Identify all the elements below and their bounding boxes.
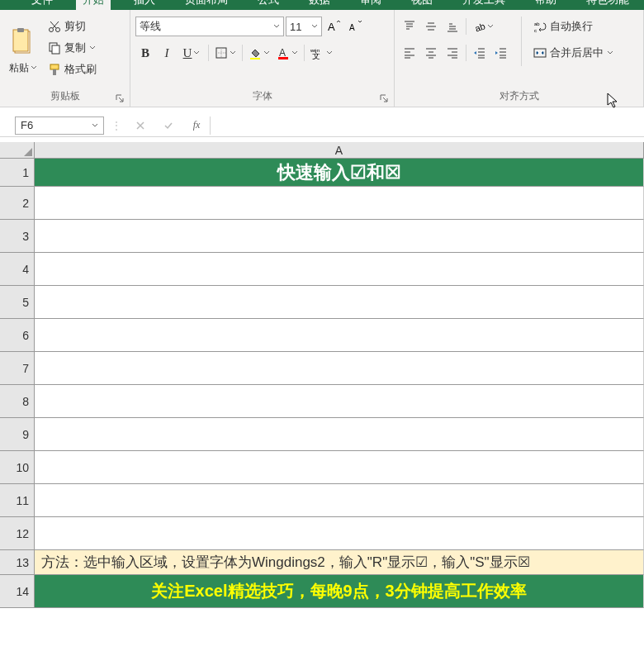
tab-special[interactable]: 特色功能 — [580, 0, 636, 10]
cell-a4[interactable] — [35, 253, 644, 286]
paste-button[interactable]: 粘贴 — [5, 13, 41, 88]
row-header[interactable]: 7 — [0, 352, 35, 385]
cell-a6[interactable] — [35, 319, 644, 352]
cell-a12[interactable] — [35, 517, 644, 550]
row-header[interactable]: 8 — [0, 385, 35, 418]
align-middle-button[interactable] — [421, 17, 441, 36]
tab-file[interactable]: 文件 — [25, 0, 59, 10]
tab-home[interactable]: 开始 — [76, 0, 111, 10]
fill-color-button[interactable] — [246, 43, 272, 63]
svg-rect-7 — [50, 64, 59, 69]
svg-rect-8 — [53, 69, 56, 75]
tab-view[interactable]: 视图 — [405, 0, 439, 10]
ribbon: 粘贴 剪切 复制 格式刷 剪贴板 — [0, 10, 644, 107]
row-header[interactable]: 11 — [0, 484, 35, 517]
select-all-button[interactable] — [0, 142, 35, 158]
clipboard-launcher[interactable] — [115, 93, 126, 105]
bold-button[interactable]: B — [135, 43, 155, 63]
tab-formulas[interactable]: 公式 — [251, 0, 286, 10]
cell-a2[interactable] — [35, 187, 644, 220]
cell-a10[interactable] — [35, 451, 644, 484]
tab-dev[interactable]: 开发工具 — [456, 0, 512, 10]
wrap-label: 自动换行 — [550, 19, 593, 34]
merge-center-button[interactable]: 合并后居中 — [532, 43, 615, 63]
underline-button[interactable]: U — [178, 43, 205, 63]
row-header[interactable]: 10 — [0, 451, 35, 484]
increase-indent-button[interactable] — [491, 43, 511, 63]
tab-insert[interactable]: 插入 — [127, 0, 162, 10]
cut-label: 剪切 — [64, 19, 86, 34]
wrap-icon: abc — [533, 20, 547, 33]
font-group-label: 字体 — [135, 88, 389, 105]
svg-text:A: A — [349, 23, 355, 32]
increase-font-button[interactable]: A — [324, 17, 343, 36]
cell-a9[interactable] — [35, 418, 644, 451]
tab-data[interactable]: 数据 — [302, 0, 337, 10]
formula-bar-row: F6 ⋮ fx — [0, 114, 644, 137]
decrease-indent-button[interactable] — [470, 43, 490, 63]
font-launcher[interactable] — [379, 93, 391, 105]
tab-help[interactable]: 帮助 — [528, 0, 563, 10]
col-header-a[interactable]: A — [35, 142, 644, 158]
cell-a7[interactable] — [35, 352, 644, 385]
cell-a13[interactable]: 方法：选中输入区域，设置字体为Wingdings2，输入"R"显示☑，输入"S"… — [35, 550, 644, 575]
orientation-button[interactable]: ab — [470, 17, 496, 36]
format-painter-button[interactable]: 格式刷 — [46, 59, 98, 79]
align-right-button[interactable] — [443, 43, 462, 63]
svg-text:文: 文 — [312, 51, 320, 59]
tab-review[interactable]: 审阅 — [353, 0, 388, 10]
italic-button[interactable]: I — [157, 43, 177, 63]
cell-a1[interactable]: 快速输入☑和☒ — [35, 159, 644, 187]
decrease-font-button[interactable]: A — [345, 17, 365, 36]
svg-text:ab: ab — [534, 21, 540, 26]
tab-layout[interactable]: 页面布局 — [178, 0, 234, 10]
svg-text:c: c — [534, 28, 537, 33]
row-header[interactable]: 4 — [0, 253, 35, 286]
name-box[interactable]: F6 — [15, 116, 104, 135]
row-header[interactable]: 6 — [0, 319, 35, 352]
font-name-select[interactable]: 等线 — [135, 17, 284, 36]
copy-icon — [48, 41, 61, 55]
formula-bar[interactable] — [210, 116, 644, 135]
row-header[interactable]: 14 — [0, 575, 35, 608]
wrap-text-button[interactable]: abc 自动换行 — [532, 17, 615, 36]
row-header[interactable]: 13 — [0, 550, 35, 575]
row-header[interactable]: 3 — [0, 220, 35, 253]
cell-a5[interactable] — [35, 286, 644, 319]
align-center-button[interactable] — [421, 43, 441, 63]
enter-formula-button[interactable] — [159, 116, 178, 135]
row-header[interactable]: 2 — [0, 187, 35, 220]
borders-button[interactable] — [212, 43, 239, 63]
svg-text:A: A — [279, 47, 286, 59]
scissors-icon — [48, 20, 61, 33]
cancel-formula-button[interactable] — [130, 116, 150, 135]
cell-a14[interactable]: 关注Excel精选技巧，每晚9点，3分钟提高工作效率 — [35, 575, 644, 608]
font-size-value: 11 — [290, 21, 301, 33]
svg-text:ab: ab — [473, 21, 485, 33]
name-box-value: F6 — [21, 119, 33, 131]
row-header[interactable]: 12 — [0, 517, 35, 550]
align-top-button[interactable] — [400, 17, 419, 36]
merge-icon — [533, 46, 547, 59]
cell-a8[interactable] — [35, 385, 644, 418]
insert-function-button[interactable]: fx — [187, 116, 206, 135]
merge-label: 合并后居中 — [550, 45, 604, 60]
row-header[interactable]: 9 — [0, 418, 35, 451]
cut-button[interactable]: 剪切 — [46, 17, 98, 36]
phonetic-button[interactable]: wén文 — [308, 43, 334, 63]
font-size-select[interactable]: 11 — [286, 17, 322, 36]
ribbon-tabs: 文件 开始 插入 页面布局 公式 数据 审阅 视图 开发工具 帮助 特色功能 — [0, 0, 644, 10]
svg-point-4 — [56, 28, 60, 32]
align-left-button[interactable] — [400, 43, 419, 63]
cell-a11[interactable] — [35, 484, 644, 517]
svg-point-3 — [50, 28, 54, 32]
align-bottom-button[interactable] — [443, 17, 462, 36]
format-painter-label: 格式刷 — [64, 62, 97, 77]
row-header[interactable]: 5 — [0, 286, 35, 319]
copy-button[interactable]: 复制 — [46, 38, 98, 58]
copy-label: 复制 — [64, 40, 86, 55]
font-color-button[interactable]: A — [274, 43, 301, 63]
row-header[interactable]: 1 — [0, 159, 35, 187]
cell-a3[interactable] — [35, 220, 644, 253]
svg-rect-14 — [278, 57, 288, 59]
